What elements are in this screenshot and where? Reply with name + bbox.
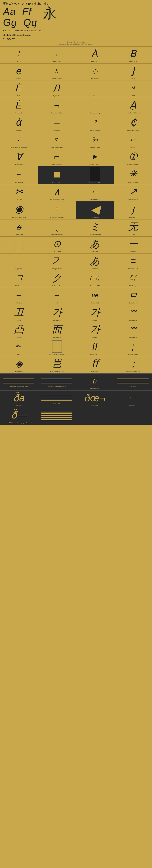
symbol-small-forms: ﬀ (92, 358, 98, 370)
cell-punctuation: – Punctuation (38, 115, 76, 132)
label-latin-ext-additional: Latin Ext Additional (126, 112, 140, 114)
label-cjk-compat-forms: CJK Compat Forms (50, 371, 63, 372)
label-pua: PUA (17, 353, 20, 355)
cell-jamo-ext-b2: ᴹᴹ Jamo Ext B (114, 322, 152, 339)
symbol-sup-punctuation: ¸ (55, 221, 59, 233)
dark-symbol-sup-arrows-c: () (93, 375, 97, 387)
lines-enclosed-sup (3, 377, 35, 385)
cell-number-forms: ⅓ Number Forms (76, 132, 114, 149)
symbol-block-elements: ■ (53, 167, 61, 181)
label-arrows: Arrows (131, 146, 135, 148)
cell-diacriticals-sup: ‟ Diacriticals Sup (76, 98, 114, 115)
symbol-radicals: あ (90, 255, 100, 267)
cell-greek-ext: ά Greek Ext (0, 115, 38, 132)
dark-label-cjk-compat-ideo-sup: CJK Compat Ideographs Sup (9, 422, 29, 424)
cell-kangxi: ⽆ Kangxi (114, 219, 152, 237)
symbol-enclosed-cjk: (ㄱ) (90, 272, 100, 284)
label-misc-arrows-dark: Misc Arrows (91, 217, 99, 219)
symbol-kangxi: ⽆ (128, 221, 138, 233)
cell-hangul-2: 가 Hangul (76, 322, 114, 339)
label-control-pictures: Control Pictures (90, 163, 100, 165)
cell-cyrillic-ext-a: ꬰ Cyrillic Ext A (0, 219, 38, 237)
cell-sup-arrows-b1: ← Sup Arrows B (76, 184, 114, 202)
label-katakana: Katakana (130, 251, 136, 253)
cell-jamo-ext-b1: ᴹᴹ Jamo Ext B (114, 305, 152, 322)
symbol-diacriticals-sup: ‟ (94, 99, 96, 111)
label-cyrillic-ext-b: Cyrillic Ext B (91, 302, 99, 304)
label-ascii: ASCII (17, 61, 21, 63)
symbol-number-forms: ⅓ (92, 133, 98, 146)
cell-misc-symbols: ✳ Misc Symbols (114, 166, 152, 184)
label-cyrillic-sup: Cyrillic Sup (53, 95, 61, 97)
symbol-sup-arrows-b1: ← (90, 185, 100, 198)
dark-label-sup-arrows-c: Sup Arrows C (90, 388, 99, 390)
symbol-phonetic-ext-sup: ¬ (54, 99, 60, 111)
symbol-cjk-compat-forms: 岂 (52, 358, 62, 370)
label-dingbats: Dingbats (16, 198, 22, 200)
cell-enclosed-cjk: (ㄱ) Enclosed CJK (76, 271, 114, 288)
cell-pua: PUA PUA (0, 339, 38, 356)
symbol-hangul-2: 가 (90, 323, 100, 336)
dark-symbol-cjk-ext-d: ðœ¬ (85, 392, 105, 404)
label-math-operators: Math Operators (14, 163, 24, 165)
cell-jamo-ext-a2: 面 Jamo Ext A (38, 322, 76, 339)
cell-cyrillic-ext-b: ие Cyrillic Ext B (76, 288, 114, 305)
symbol-alphabetic-pf: ff (92, 340, 98, 353)
label-katakana-ext: Katakana Ext (53, 285, 62, 287)
cell-box-drawing: ═ Box Drawing (0, 166, 38, 184)
label-ucas: UCAS (131, 95, 135, 97)
cell-block-elements: ■ Block Elements (38, 166, 76, 184)
symbol-ipa-ext: e (16, 65, 22, 77)
label-misc-math-a: Misc Math Symbols A (50, 198, 64, 200)
symbol-cjk-compat-ideographs (52, 340, 62, 353)
label-cjk-compat-ideographs: CJK Compat Ideographs (49, 353, 65, 355)
label-cyrillic: Cyrillic (17, 95, 21, 97)
symbol-compat-jamo: ᄀ (52, 255, 62, 267)
label-greek: Greek (131, 78, 135, 80)
label-cjk-compat: CJK Compat (129, 285, 137, 287)
label-latin-ext-d: Latin Ext D (129, 302, 136, 304)
label-sup-math-operators: Sup Math Operators (50, 217, 64, 219)
label-bopomofo-ext: Bopomofo Ext (128, 268, 138, 270)
label-cjk-ext-a: CJK Ext A (16, 302, 22, 304)
cell-alphabetic-pf: ff Alphabetic PF (76, 339, 114, 356)
cell-sup-math-operators: ÷ Sup Math Operators (38, 202, 76, 219)
label-super-sub: Super And Sub (90, 129, 100, 131)
label-diacriticals: Diacriticals (91, 78, 99, 80)
label-latin-ext-b: Latin Ext B (129, 61, 137, 63)
symbol-bopomofo-ext: = (130, 255, 136, 267)
cell-jamo-ext-a1: 가 Jamo Ext A (38, 305, 76, 322)
symbol-jamo-ext-a2: 面 (52, 323, 62, 336)
symbol-cjk-symbol: ⊙ (53, 238, 61, 250)
label-number-forms: Number Forms (90, 146, 100, 148)
cell-cjk: — CJK (38, 288, 76, 305)
label-compat-jamo: Compat Jamo (52, 268, 62, 270)
symbol-control-pictures: ▶ (93, 150, 97, 163)
label-half-full-forms: Half And Full Forms (126, 371, 140, 372)
cell-phonetic-ext-sup: ¬ Phonetic Ext Sup (38, 98, 76, 115)
symbol-math-operators: ∀ (16, 150, 23, 163)
cell-super-sub: ⁰ Super And Sub (76, 115, 114, 132)
label-vertical-forms: Vertical Forms (128, 353, 138, 355)
label-latin-i-sup: Latin I Sup (53, 61, 60, 63)
cell-math-operators: ∀ Math Operators (0, 149, 38, 166)
symbol-dingbats: ✂ (15, 185, 23, 198)
cell-hiragana: あ Hiragana (76, 237, 114, 254)
cell-radicals: あ Radicals (76, 254, 114, 271)
label-cjk-symbol: CJK Symbol (53, 251, 61, 253)
cell-cjk-compat-ideographs: CJK Compat Ideographs (38, 339, 76, 356)
symbol-cjk-compat: アパート (130, 272, 136, 284)
label-misc-technical: Misc Technical (52, 163, 62, 165)
label-letterlike: Letterlike Symbols (51, 146, 63, 148)
cell-ucas: ᐊ UCAS (114, 81, 152, 98)
label-idc: IDC (18, 251, 20, 253)
label-ipa-ext: IPA Ext (17, 78, 22, 80)
symbol-letterlike: ᵃ/꜀ (54, 133, 60, 146)
symbol-katakana: ー (128, 238, 138, 250)
dark-label-latin-ext-1: Latin Ext 1 (129, 405, 136, 407)
label-jaeyo-2: Jaeyo (17, 336, 21, 338)
cell-cyrillic-sup: Л Cyrillic Sup (38, 81, 76, 98)
symbol-latin-ext-b: Ƀ (129, 48, 136, 60)
label-misc-symbols: Misc Symbols (128, 182, 138, 183)
dark-symbol-latin-ext-1: ð¸→¬ (130, 392, 136, 404)
